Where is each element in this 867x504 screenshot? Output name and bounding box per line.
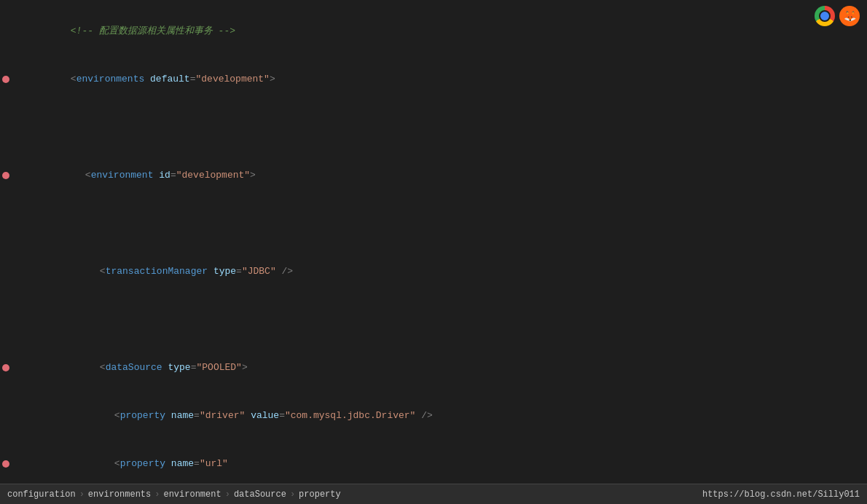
line-content-4: <environment id="development"> <box>22 151 860 200</box>
line-content-5 <box>22 200 860 248</box>
line-content-2: <environments default="development"> <box>22 55 860 103</box>
breadcrumb-item-environment[interactable]: environment <box>163 489 221 500</box>
code-line-8: <dataSource type="POOLED"> <box>0 344 867 392</box>
line-content-6: <transactionManager type="JDBC" /> <box>22 248 860 296</box>
breadcrumb-item-environments[interactable]: environments <box>88 489 151 500</box>
browser-icons: 🦊 <box>815 6 860 26</box>
firefox-icon[interactable]: 🦊 <box>839 6 860 26</box>
breadcrumb-bar: configuration › environments › environme… <box>0 484 867 504</box>
line-content-10: <property name="url" <box>22 440 860 484</box>
tag-2: environments <box>76 74 145 84</box>
code-line-9: <property name="driver" value="com.mysql… <box>0 392 867 440</box>
code-line-3 <box>0 103 867 151</box>
code-line-1: <!-- 配置数据源相关属性和事务 --> <box>0 7 867 55</box>
breadcrumb-item-property[interactable]: property <box>299 489 341 500</box>
breadcrumb-sep-2: › <box>154 489 160 500</box>
line-content-1: <!-- 配置数据源相关属性和事务 --> <box>22 7 860 55</box>
punct-2a: < <box>71 74 76 84</box>
breadcrumb-item-configuration[interactable]: configuration <box>7 489 76 500</box>
breakpoint-10 <box>2 460 9 468</box>
attr-2a: default <box>150 74 190 84</box>
url-display: https://blog.csdn.net/Silly011 <box>702 489 860 500</box>
breadcrumb-sep-3: › <box>225 489 230 500</box>
line-content-9: <property name="driver" value="com.mysql… <box>22 392 860 440</box>
code-line-4: <environment id="development"> <box>0 151 867 200</box>
text-2 <box>144 74 150 84</box>
line-content-8: <dataSource type="POOLED"> <box>22 344 860 392</box>
breadcrumb-sep-4: › <box>290 489 295 500</box>
code-line-10: <property name="url" <box>0 440 867 484</box>
code-line-2: <environments default="development"> <box>0 55 867 103</box>
attrval-2: "development" <box>195 74 269 84</box>
breakpoint-8 <box>2 364 9 371</box>
code-editor: <!-- 配置数据源相关属性和事务 --> <environments defa… <box>0 0 867 484</box>
chrome-icon[interactable] <box>815 6 835 26</box>
line-content-3 <box>22 103 860 151</box>
punct-2c: > <box>270 74 275 84</box>
breadcrumb-sep-1: › <box>79 489 85 500</box>
code-line-6: <transactionManager type="JDBC" /> <box>0 248 867 296</box>
comment-1: <!-- 配置数据源相关属性和事务 --> <box>71 25 235 36</box>
code-line-7 <box>0 296 867 344</box>
breakpoint-2 <box>2 76 9 83</box>
line-content-7 <box>22 296 860 344</box>
code-line-5 <box>0 200 867 248</box>
breakpoint-4 <box>2 172 9 179</box>
breadcrumb-item-datasource[interactable]: dataSource <box>234 489 286 500</box>
